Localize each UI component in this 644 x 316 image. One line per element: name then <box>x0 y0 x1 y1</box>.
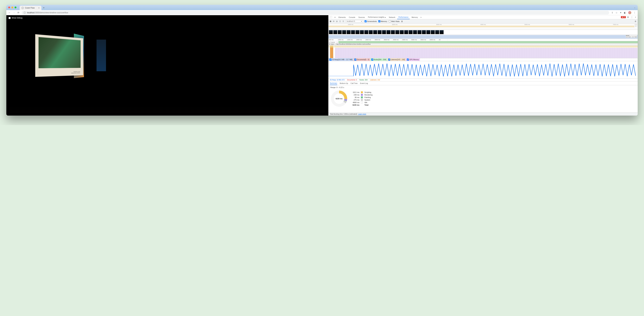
donut-total: 6220 ms <box>330 90 348 107</box>
sidepanel-icon[interactable]: ◧ <box>624 12 626 14</box>
back-icon[interactable]: ← <box>8 11 10 14</box>
filmstrip-thumb[interactable] <box>400 30 404 34</box>
webvitals-toggle[interactable]: Web Vitals <box>389 20 400 22</box>
album-card-front[interactable]: Volume One DAB RECORDS <box>35 34 83 77</box>
frames-track[interactable]: ▸ Frames ns <box>328 41 638 43</box>
tab-performance[interactable]: Performance <box>397 15 410 19</box>
filmstrip-thumb[interactable] <box>404 30 408 34</box>
gear-icon[interactable]: ⚙ <box>635 20 636 23</box>
new-tab-button[interactable]: + <box>43 6 44 9</box>
inspect-icon[interactable]: ⛶ <box>330 16 333 18</box>
upload-icon[interactable]: ↥ <box>339 20 341 23</box>
subtab-bottomup[interactable]: Bottom-Up <box>340 82 348 85</box>
color-swatch <box>361 91 363 93</box>
extensions-icon[interactable]: ✦ <box>620 12 622 14</box>
filmstrip-thumb[interactable] <box>422 30 426 34</box>
filmstrip-thumb[interactable] <box>346 30 351 34</box>
filmstrip-thumb[interactable] <box>391 30 395 34</box>
filmstrip-thumb[interactable] <box>382 30 386 34</box>
heap-overview[interactable]: HEAP10.5 MB – 12.7 MB <box>328 35 638 39</box>
stat-nodes: Nodes: 304 <box>360 79 368 81</box>
filmstrip-thumb[interactable] <box>329 30 333 34</box>
close-icon[interactable] <box>8 7 10 9</box>
tab-elements[interactable]: Elements <box>337 15 347 19</box>
share-icon[interactable]: ⇧ <box>612 12 613 14</box>
filmstrip-thumb[interactable] <box>378 30 382 34</box>
profile-avatar[interactable] <box>628 11 631 14</box>
error-badge[interactable]: ✖ 22 <box>621 16 626 18</box>
tabs-overflow-icon[interactable]: ⌄ <box>634 7 636 9</box>
clear-icon[interactable]: ⊘ <box>336 20 338 23</box>
filmstrip-thumb[interactable] <box>338 30 342 34</box>
jsheap-toggle[interactable]: JS Heap[10.5 MB – 12.7 MB] <box>328 58 354 61</box>
range-label: Range: 0 – 6.22 s <box>330 86 636 88</box>
main-thread-label[interactable]: ▼ Main — http://localhost:3000/demo/view… <box>328 43 638 46</box>
download-icon[interactable]: ↧ <box>342 20 344 23</box>
gpu-toggle[interactable]: GPU Memory <box>406 58 420 61</box>
donut-chart: 6220 ms <box>330 90 348 107</box>
show-debug-checkbox[interactable] <box>8 17 10 19</box>
filmstrip-thumb[interactable] <box>369 30 373 34</box>
trash-icon[interactable]: 🗑 <box>401 20 403 23</box>
forward-icon[interactable]: → <box>13 11 15 14</box>
overview-ruler[interactable]: 1000 ms 2000 ms 3000 ms 4000 ms 5000 ms … <box>328 24 638 30</box>
reload-record-icon[interactable]: ⟳ <box>333 20 334 23</box>
memory-chart[interactable] <box>328 61 638 79</box>
documents-toggle[interactable]: Documents[5 – 5] <box>353 58 370 61</box>
maximize-icon[interactable] <box>14 7 16 9</box>
profile-dropdown[interactable]: localhost #1▾ <box>346 20 363 23</box>
reload-icon[interactable]: ⟳ <box>18 11 20 14</box>
filmstrip-thumb[interactable] <box>435 30 439 34</box>
filmstrip-thumb[interactable] <box>426 30 430 34</box>
tab-network[interactable]: Network <box>388 15 396 19</box>
menu-icon[interactable]: ⋮ <box>634 12 636 14</box>
filmstrip-thumb[interactable] <box>408 30 413 34</box>
flame-chart[interactable] <box>328 46 638 58</box>
close-tab-icon[interactable]: × <box>38 7 40 9</box>
browser-tab[interactable]: Cover Flow × <box>20 6 42 10</box>
screenshots-toggle[interactable]: Screenshots <box>364 20 377 22</box>
kebab-icon[interactable]: ⋮ <box>630 16 634 18</box>
memory-toggle[interactable]: Memory <box>378 20 387 22</box>
timeline-ruler[interactable]: 500 ms1000 ms1500 ms2000 ms2500 ms3000 m… <box>328 39 638 41</box>
site-info-icon[interactable]: i <box>24 12 26 14</box>
filmstrip-thumb[interactable] <box>356 30 360 34</box>
tab-memory[interactable]: Memory <box>410 15 419 19</box>
filmstrip-thumb[interactable] <box>360 30 364 34</box>
nodes-toggle[interactable]: Nodes[304 – 304] <box>370 58 387 61</box>
filmstrip-thumb[interactable] <box>342 30 346 34</box>
filmstrip-thumb[interactable] <box>351 30 355 34</box>
breakdown-table: 1611 msScripting238 msRendering36 msPain… <box>352 91 372 106</box>
filmstrip-thumb[interactable] <box>418 30 422 34</box>
more-tabs-icon[interactable]: » <box>420 16 422 18</box>
filmstrip-thumb[interactable] <box>440 30 444 34</box>
filmstrip-thumb[interactable] <box>373 30 377 34</box>
subtab-summary[interactable]: Summary <box>330 82 337 85</box>
filmstrip-thumb[interactable] <box>413 30 417 34</box>
filmstrip[interactable] <box>328 30 638 35</box>
learn-more-link[interactable]: Learn more <box>358 113 366 115</box>
record-icon[interactable] <box>330 21 331 22</box>
filmstrip-thumb[interactable] <box>431 30 435 34</box>
bookmark-icon[interactable]: ☆ <box>616 12 618 14</box>
subtab-eventlog[interactable]: Event Log <box>360 82 368 85</box>
color-swatch <box>361 94 363 96</box>
address-bar[interactable]: i localhost:3000/demo/view-timeline-css/… <box>22 11 609 15</box>
filmstrip-thumb[interactable] <box>386 30 390 34</box>
subtab-calltree[interactable]: Call Tree <box>351 82 358 85</box>
device-icon[interactable]: ▭ <box>334 16 336 18</box>
album-caption: Volume One DAB RECORDS <box>71 71 80 74</box>
album-card[interactable] <box>96 40 106 71</box>
coverflow-stage[interactable]: Volume One DAB RECORDS <box>10 33 325 112</box>
minimize-icon[interactable] <box>12 7 13 9</box>
listeners-toggle[interactable]: Listeners[142 – 142] <box>387 58 406 61</box>
gear-icon[interactable]: ⚙ <box>626 16 630 18</box>
show-debug-label: Show Debug <box>12 17 22 19</box>
filmstrip-thumb[interactable] <box>333 30 337 34</box>
filmstrip-thumb[interactable] <box>395 30 399 34</box>
close-devtools-icon[interactable]: × <box>634 16 637 18</box>
filmstrip-thumb[interactable] <box>364 30 368 34</box>
tab-console[interactable]: Console <box>348 15 356 19</box>
tab-sources[interactable]: Sources <box>357 15 366 19</box>
tab-perf-insights[interactable]: Performance insights ▴ <box>366 15 387 19</box>
